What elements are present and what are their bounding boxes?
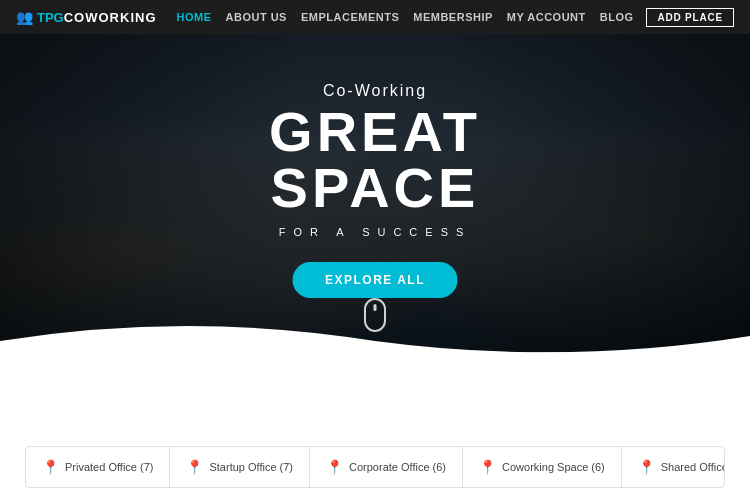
nav-links: HOME ABOUT US EMPLACEMENTS MEMBERSHIP MY… [177,11,647,23]
nav-emplacements[interactable]: EMPLACEMENTS [301,11,399,23]
nav-about[interactable]: ABOUT US [226,11,287,23]
logo-coworking-text: COWORKING [64,10,157,25]
hero-tagline: FOR A SUCCESS [188,226,563,238]
navbar: 👥 TPG COWORKING COWORKING HOME ABOUT US … [0,0,750,34]
hero-title: GREAT SPACE [188,104,563,216]
svg-rect-1 [374,304,377,311]
nav-home[interactable]: HOME [177,11,212,23]
bottom-section: 📍 Privated Office (7) 📍 Startup Office (… [0,352,750,500]
tab-label-privated: Privated Office (7) [65,461,153,473]
pin-icon-corporate: 📍 [326,459,343,475]
nav-blog[interactable]: BLOG [600,11,634,23]
pin-icon-coworking: 📍 [479,459,496,475]
logo-icon: 👥 [16,9,33,25]
explore-button[interactable]: EXPLORE ALL [293,262,457,298]
add-place-button[interactable]: ADD PLACE [646,8,734,27]
tab-label-startup: Startup Office (7) [209,461,293,473]
hero-wave [0,311,750,360]
hero-subtitle: Co-Working [188,82,563,100]
filter-tab-corporate[interactable]: 📍 Corporate Office (6) [310,447,463,487]
filter-tab-startup[interactable]: 📍 Startup Office (7) [170,447,310,487]
filter-tab-privated[interactable]: 📍 Privated Office (7) [26,447,170,487]
tab-label-corporate: Corporate Office (6) [349,461,446,473]
filter-tab-shared[interactable]: 📍 Shared Office (5) [622,447,725,487]
hero-content: Co-Working GREAT SPACE FOR A SUCCESS EXP… [188,82,563,298]
pin-icon-privated: 📍 [42,459,59,475]
tab-label-shared: Shared Office (5) [661,461,725,473]
filter-tabs: 📍 Privated Office (7) 📍 Startup Office (… [25,446,725,488]
tab-label-coworking: Coworking Space (6) [502,461,605,473]
pin-icon-startup: 📍 [186,459,203,475]
nav-membership[interactable]: MEMBERSHIP [413,11,493,23]
hero-section: Co-Working GREAT SPACE FOR A SUCCESS EXP… [0,0,750,360]
logo-tpg: TPG [37,10,64,25]
pin-icon-shared: 📍 [638,459,655,475]
nav-my-account[interactable]: MY ACCOUNT [507,11,586,23]
filter-tab-coworking[interactable]: 📍 Coworking Space (6) [463,447,622,487]
logo[interactable]: 👥 TPG COWORKING COWORKING [16,9,157,25]
